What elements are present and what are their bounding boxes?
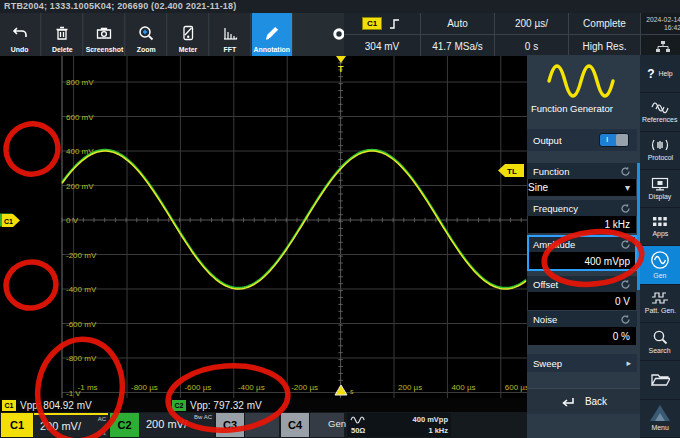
acq-quality-cell[interactable]: High Res.	[569, 35, 640, 57]
channel-c3-badge[interactable]: C3	[216, 413, 244, 437]
time-tick-label: -200 µs	[291, 383, 318, 392]
noise-value-box[interactable]: 0 %	[528, 327, 636, 345]
datetime-cell[interactable]: 2024-02-14 16:42	[641, 13, 680, 34]
measurement-c2[interactable]: C2 Vpp: 797.32 mV	[172, 398, 262, 412]
zoom-button[interactable]: Zoom	[126, 13, 167, 56]
time-tick-label: 200 µs	[398, 383, 422, 392]
channel-strip: C1 200 mV/ AC 1:1 C2 200 mV/ Bw AC C3 C4…	[0, 412, 527, 438]
annotation-button[interactable]: Annotation	[252, 13, 293, 56]
gen-strip-block[interactable]: 400 mVpp 50Ω 1 kHz	[347, 413, 451, 437]
channel-c2-info[interactable]: 200 mV/ Bw AC	[140, 413, 214, 437]
sidebar-item-pattern-generator[interactable]: Patt. Gen.	[640, 285, 680, 323]
noise-reset-icon[interactable]	[620, 314, 631, 325]
offset-value-box[interactable]: 0 V	[528, 292, 636, 310]
offset-reset-icon[interactable]	[620, 279, 631, 290]
function-value: Sine	[528, 182, 548, 193]
time-tick-label: -600 µs	[184, 383, 211, 392]
noise-label-row[interactable]: Noise	[527, 311, 637, 327]
sidebar-item-search[interactable]: Search	[640, 323, 680, 361]
channel-c2-badge[interactable]: C2	[110, 413, 139, 437]
function-label-row[interactable]: Function	[527, 163, 637, 179]
trigger-source-cell[interactable]: C1	[344, 13, 420, 34]
delete-button[interactable]: Delete	[42, 13, 83, 56]
network-icon	[655, 40, 671, 53]
offset-label: Offset	[533, 279, 558, 290]
frequency-label-row[interactable]: Frequency	[527, 200, 637, 216]
sample-rate-cell: 41.7 MSa/s	[421, 35, 494, 57]
output-toggle[interactable]: I	[599, 133, 629, 147]
voltage-tick-label: 600 mV	[66, 113, 94, 122]
acq-state-cell[interactable]: Complete	[569, 13, 640, 34]
horizontal-position-cell[interactable]: 0 s	[495, 35, 568, 57]
fft-button[interactable]: FFT	[210, 13, 251, 56]
amplitude-reset-icon[interactable]	[620, 239, 631, 250]
measurement-row: C1 Vpp: 804.92 mV C2 Vpp: 797.32 mV	[0, 398, 527, 412]
function-label: Function	[533, 166, 569, 177]
amplitude-value-box[interactable]: 400 mVpp	[528, 252, 636, 270]
function-reset-icon[interactable]	[620, 166, 631, 177]
meter-icon	[179, 21, 197, 45]
sidebar-item-references[interactable]: References	[640, 93, 680, 131]
timebase-cell[interactable]: 200 µs/	[495, 13, 568, 34]
sidebar-item-protocol[interactable]: Protocol	[640, 132, 680, 170]
pencil-icon	[263, 21, 281, 45]
back-icon	[560, 396, 575, 408]
time-tick-label: -400 µs	[238, 383, 265, 392]
sidebar-item-help[interactable]: ? Help	[640, 55, 680, 93]
pattern-generator-icon	[650, 291, 670, 305]
chevron-down-icon: ▾	[625, 182, 630, 193]
channel-c4-badge[interactable]: C4	[281, 413, 309, 437]
back-button[interactable]: Back	[527, 388, 640, 414]
sidebar-item-menu[interactable]: Menu	[640, 400, 680, 438]
voltage-tick-label: 0 V	[66, 216, 79, 225]
back-label: Back	[585, 396, 607, 407]
camera-icon	[95, 21, 113, 45]
channel-c1-info[interactable]: 200 mV/ AC 1:1	[34, 413, 108, 437]
amplitude-value: 400 mVpp	[584, 256, 630, 267]
sidebar-item-gen[interactable]: Gen	[640, 246, 680, 284]
zoom-plus-icon	[137, 21, 155, 45]
search-icon	[652, 329, 668, 345]
amplitude-label-row[interactable]: Amplitude	[527, 236, 637, 252]
waveform-display[interactable]: 800 mV600 mV400 mV200 mV0 V-200 mV-400 m…	[0, 56, 527, 398]
trigger-level-cell[interactable]: 304 mV	[344, 35, 420, 57]
frequency-value: 1 kHz	[604, 219, 630, 230]
channel-c1-badge[interactable]: C1	[1, 413, 33, 437]
status-bar: C1 Auto 200 µs/ Complete 2024-02-14 16:4…	[344, 13, 680, 56]
sweep-row[interactable]: Sweep ▸	[527, 354, 637, 372]
voltage-tick-label: 200 mV	[66, 182, 94, 191]
trash-icon	[53, 21, 71, 45]
sidebar-item-save-recall[interactable]	[640, 361, 680, 399]
frequency-value-box[interactable]: 1 kHz	[528, 216, 636, 233]
submenu-arrow-icon: ▸	[626, 358, 631, 368]
gen-strip-label: Gen	[328, 418, 346, 429]
toggle-on-glyph: I	[606, 135, 608, 144]
gen-icon	[650, 250, 670, 270]
output-row[interactable]: Output I	[527, 129, 637, 151]
output-label: Output	[533, 135, 562, 146]
frequency-reset-icon[interactable]	[620, 203, 631, 214]
apps-icon	[652, 216, 668, 228]
screenshot-button[interactable]: Screenshot	[84, 13, 125, 56]
sidebar-item-display[interactable]: Display	[640, 170, 680, 208]
fft-icon	[221, 21, 239, 45]
function-dropdown[interactable]: Sine ▾	[528, 179, 636, 196]
measurement-c1[interactable]: C1 Vpp: 804.92 mV	[2, 398, 92, 412]
time-unit-label: s	[350, 388, 354, 395]
time-tick-label: -800 µs	[131, 383, 158, 392]
network-cell[interactable]	[641, 35, 680, 57]
channel-c3-info[interactable]	[245, 413, 279, 437]
offset-label-row[interactable]: Offset	[527, 276, 637, 292]
acq-mode-cell[interactable]: Auto	[421, 13, 494, 34]
folder-icon	[650, 372, 670, 387]
sidebar-item-apps[interactable]: Apps	[640, 208, 680, 246]
c2-measure-badge: C2	[172, 400, 186, 411]
meter-button[interactable]: Meter	[168, 13, 209, 56]
gen-frequency: 1 kHz	[428, 426, 448, 435]
c1-ground-label: C1	[4, 218, 13, 225]
c1-vpp-value: Vpp: 804.92 mV	[20, 400, 92, 411]
undo-button[interactable]: Undo	[0, 13, 41, 56]
trigger-slope-icon	[388, 17, 402, 31]
trigger-source-badge: C1	[362, 17, 382, 30]
voltage-tick-label: -400 mV	[66, 285, 97, 294]
